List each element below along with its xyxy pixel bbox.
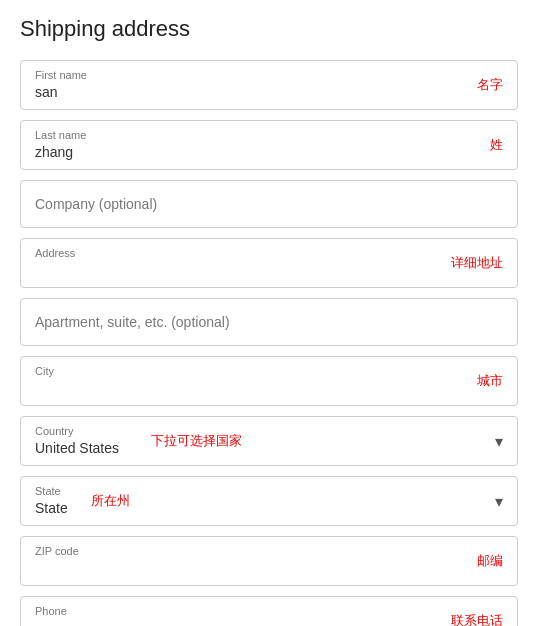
phone-input[interactable] bbox=[35, 620, 503, 626]
country-select[interactable]: Country United States 下拉可选择国家 ▾ bbox=[20, 416, 518, 466]
zip-label: ZIP code bbox=[35, 545, 503, 557]
address-label: Address bbox=[35, 247, 503, 259]
phone-annotation: 联系电话 bbox=[451, 612, 503, 626]
city-field: City 城市 bbox=[20, 356, 518, 406]
zip-input[interactable] bbox=[35, 560, 503, 576]
company-field bbox=[20, 180, 518, 228]
zip-annotation: 邮编 bbox=[477, 552, 503, 570]
apartment-field bbox=[20, 298, 518, 346]
country-annotation: 下拉可选择国家 bbox=[151, 432, 242, 450]
state-chevron-icon: ▾ bbox=[495, 492, 503, 511]
state-annotation: 所在州 bbox=[91, 492, 130, 510]
city-annotation: 城市 bbox=[477, 372, 503, 390]
page-title: Shipping address bbox=[20, 16, 518, 42]
company-input[interactable] bbox=[35, 196, 503, 212]
last-name-field: Last name 姓 bbox=[20, 120, 518, 170]
country-value: United States bbox=[35, 440, 119, 456]
first-name-input[interactable] bbox=[35, 84, 503, 100]
address-field: Address 详细地址 bbox=[20, 238, 518, 288]
state-select[interactable]: State State 所在州 ▾ bbox=[20, 476, 518, 526]
last-name-label: Last name bbox=[35, 129, 503, 141]
first-name-field: First name 名字 bbox=[20, 60, 518, 110]
address-annotation: 详细地址 bbox=[451, 254, 503, 272]
city-label: City bbox=[35, 365, 503, 377]
apartment-input[interactable] bbox=[35, 314, 503, 330]
phone-label: Phone bbox=[35, 605, 503, 617]
last-name-annotation: 姓 bbox=[490, 136, 503, 154]
phone-field: Phone 联系电话 bbox=[20, 596, 518, 626]
country-label: Country bbox=[35, 425, 503, 437]
city-input[interactable] bbox=[35, 380, 503, 396]
first-name-label: First name bbox=[35, 69, 503, 81]
country-chevron-icon: ▾ bbox=[495, 432, 503, 451]
last-name-input[interactable] bbox=[35, 144, 503, 160]
first-name-annotation: 名字 bbox=[477, 76, 503, 94]
zip-field: ZIP code 邮编 bbox=[20, 536, 518, 586]
address-input[interactable] bbox=[35, 262, 503, 278]
state-value: State bbox=[35, 500, 68, 516]
